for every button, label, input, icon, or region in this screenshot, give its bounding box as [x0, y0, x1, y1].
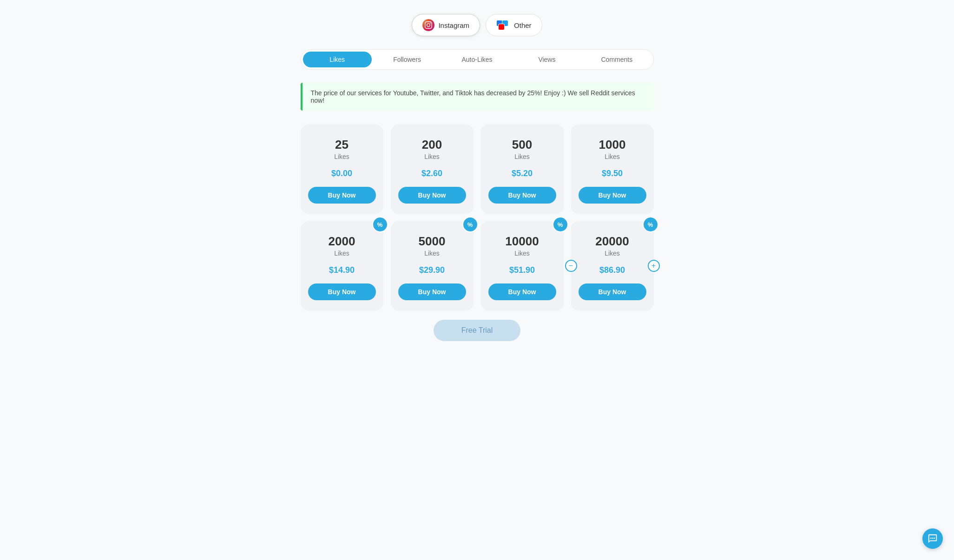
other-icon-cluster	[496, 20, 510, 30]
tab-followers[interactable]: Followers	[373, 52, 441, 67]
platform-tab-other[interactable]: Other	[486, 14, 542, 36]
card-price: $51.90	[488, 265, 556, 275]
card-label: Likes	[488, 250, 556, 257]
discount-badge: %	[462, 217, 478, 232]
card-quantity: 2000	[308, 234, 376, 249]
card-500: 500 Likes $5.20 Buy Now	[481, 125, 564, 214]
cards-row-1: 25 Likes $0.00 Buy Now 200 Likes $2.60 B…	[301, 125, 654, 214]
card-label: Likes	[308, 250, 376, 257]
service-nav-tabs: Likes Followers Auto-Likes Views Comment…	[301, 49, 654, 70]
card-quantity: 10000	[488, 234, 556, 249]
banner-text: The price of our services for Youtube, T…	[311, 89, 635, 104]
discount-badge: %	[372, 217, 388, 232]
discount-badge: %	[643, 217, 658, 232]
instagram-icon	[422, 19, 434, 31]
card-quantity: 500	[488, 138, 556, 152]
free-trial-button[interactable]: Free Trial	[434, 320, 521, 341]
buy-now-button[interactable]: Buy Now	[398, 187, 466, 204]
svg-point-0	[930, 538, 932, 539]
card-label: Likes	[579, 250, 646, 257]
tab-auto-likes[interactable]: Auto-Likes	[442, 52, 511, 67]
card-quantity: 20000	[579, 234, 646, 249]
card-quantity: 200	[398, 138, 466, 152]
cards-row-2: % 2000 Likes $14.90 Buy Now % 5000 Likes…	[301, 221, 654, 310]
quantity-decrement-icon[interactable]: −	[565, 260, 577, 272]
card-label: Likes	[488, 153, 556, 160]
free-trial-container: Free Trial	[301, 320, 654, 341]
tab-views[interactable]: Views	[513, 52, 581, 67]
card-10000: % 10000 Likes $51.90 Buy Now	[481, 221, 564, 310]
promo-banner: The price of our services for Youtube, T…	[301, 83, 654, 111]
card-label: Likes	[579, 153, 646, 160]
card-label: Likes	[308, 153, 376, 160]
card-price: $0.00	[308, 169, 376, 178]
tab-likes[interactable]: Likes	[303, 52, 372, 67]
buy-now-button[interactable]: Buy Now	[579, 187, 646, 204]
chat-bubble-button[interactable]	[922, 528, 943, 549]
card-label: Likes	[398, 250, 466, 257]
card-25: 25 Likes $0.00 Buy Now	[301, 125, 383, 214]
buy-now-button[interactable]: Buy Now	[308, 187, 376, 204]
card-2000: % 2000 Likes $14.90 Buy Now	[301, 221, 383, 310]
instagram-label: Instagram	[438, 21, 469, 29]
card-price: $14.90	[308, 265, 376, 275]
card-5000: % 5000 Likes $29.90 Buy Now	[391, 221, 474, 310]
quantity-increment-icon[interactable]: +	[648, 260, 660, 272]
card-quantity: 1000	[579, 138, 646, 152]
card-price: $86.90	[579, 265, 646, 275]
svg-point-1	[932, 538, 934, 539]
card-label: Likes	[398, 153, 466, 160]
card-price: $2.60	[398, 169, 466, 178]
card-20000: % − + 20000 Likes $86.90 Buy Now	[571, 221, 654, 310]
buy-now-button[interactable]: Buy Now	[488, 187, 556, 204]
platform-tab-instagram[interactable]: Instagram	[412, 14, 480, 36]
card-1000: 1000 Likes $9.50 Buy Now	[571, 125, 654, 214]
card-quantity: 25	[308, 138, 376, 152]
svg-point-2	[934, 538, 935, 539]
buy-now-button[interactable]: Buy Now	[308, 283, 376, 300]
other-label: Other	[514, 21, 532, 29]
card-price: $5.20	[488, 169, 556, 178]
card-price: $9.50	[579, 169, 646, 178]
buy-now-button[interactable]: Buy Now	[579, 283, 646, 300]
discount-badge: %	[553, 217, 568, 232]
buy-now-button[interactable]: Buy Now	[398, 283, 466, 300]
card-price: $29.90	[398, 265, 466, 275]
platform-tabs: Instagram Other	[301, 14, 654, 36]
card-200: 200 Likes $2.60 Buy Now	[391, 125, 474, 214]
card-quantity: 5000	[398, 234, 466, 249]
buy-now-button[interactable]: Buy Now	[488, 283, 556, 300]
tab-comments[interactable]: Comments	[582, 52, 651, 67]
